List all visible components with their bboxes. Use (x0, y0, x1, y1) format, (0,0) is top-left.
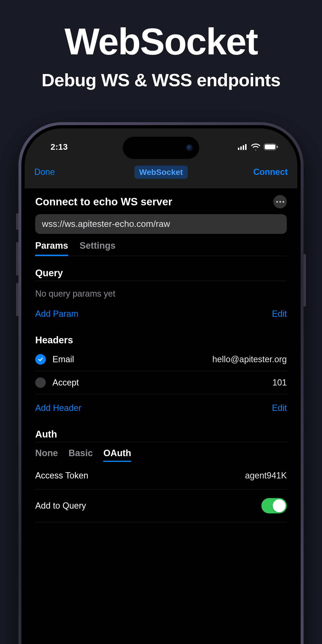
wifi-icon (251, 144, 260, 150)
query-empty-text: No query params yet (35, 281, 287, 306)
access-token-row[interactable]: Access Token agent941K (35, 462, 287, 490)
status-time: 2:13 (40, 142, 68, 152)
dynamic-island (123, 136, 199, 159)
battery-icon (264, 144, 278, 150)
header-enabled-checkbox[interactable] (35, 354, 46, 365)
tab-settings[interactable]: Settings (80, 240, 116, 256)
phone-frame: 2:13 Done WebSocket Connect C (18, 122, 304, 644)
auth-tabs: None Basic OAuth (35, 442, 287, 462)
svg-rect-0 (238, 148, 239, 150)
phone-power-button (304, 254, 306, 307)
query-section-title: Query (35, 268, 287, 278)
tab-params[interactable]: Params (35, 240, 68, 256)
phone-volume-down (16, 283, 18, 316)
cellular-icon (238, 144, 248, 150)
protocol-chip[interactable]: WebSocket (134, 166, 188, 179)
promo-title: WebSocket (0, 23, 322, 60)
header-row[interactable]: Accept 101 (35, 371, 287, 394)
add-param-button[interactable]: Add Param (35, 309, 78, 319)
header-enabled-checkbox[interactable] (35, 377, 46, 388)
auth-tab-oauth[interactable]: OAuth (103, 448, 131, 462)
svg-rect-1 (240, 146, 242, 150)
access-token-value: agent941K (245, 470, 287, 480)
access-token-label: Access Token (35, 470, 88, 480)
connect-button[interactable]: Connect (253, 167, 288, 177)
header-key: Email (52, 354, 74, 364)
header-key: Accept (52, 378, 79, 388)
edit-headers-button[interactable]: Edit (272, 403, 287, 413)
auth-section-title: Auth (35, 429, 287, 440)
nav-bar: Done WebSocket Connect (25, 160, 297, 188)
done-button[interactable]: Done (34, 167, 55, 177)
add-to-query-toggle[interactable] (262, 498, 287, 514)
phone-mute-switch (16, 213, 18, 230)
header-value: 101 (272, 378, 287, 388)
add-to-query-row: Add to Query (35, 490, 287, 522)
add-header-button[interactable]: Add Header (35, 403, 81, 413)
headers-section-title: Headers (35, 335, 287, 346)
svg-rect-2 (243, 145, 244, 150)
svg-rect-5 (265, 144, 275, 149)
svg-rect-3 (245, 144, 246, 150)
url-input[interactable]: wss://ws.apitester-echo.com/raw (35, 214, 287, 234)
header-value: hello@apitester.org (212, 354, 287, 364)
edit-query-button[interactable]: Edit (272, 309, 287, 319)
more-button[interactable] (273, 195, 287, 208)
promo-banner: WebSocket Debug WS & WSS endpoints (0, 0, 322, 90)
auth-tab-basic[interactable]: Basic (68, 448, 93, 462)
add-to-query-label: Add to Query (35, 501, 86, 511)
auth-tab-none[interactable]: None (35, 448, 58, 462)
phone-volume-up (16, 242, 18, 276)
top-tabs: Params Settings (35, 240, 287, 256)
checkmark-icon (38, 357, 43, 362)
content-area: Connect to echo WS server wss://ws.apite… (25, 188, 297, 644)
promo-subtitle: Debug WS & WSS endpoints (0, 70, 322, 90)
header-row[interactable]: Email hello@apitester.org (35, 348, 287, 371)
page-title: Connect to echo WS server (35, 196, 172, 208)
svg-rect-6 (277, 146, 278, 148)
